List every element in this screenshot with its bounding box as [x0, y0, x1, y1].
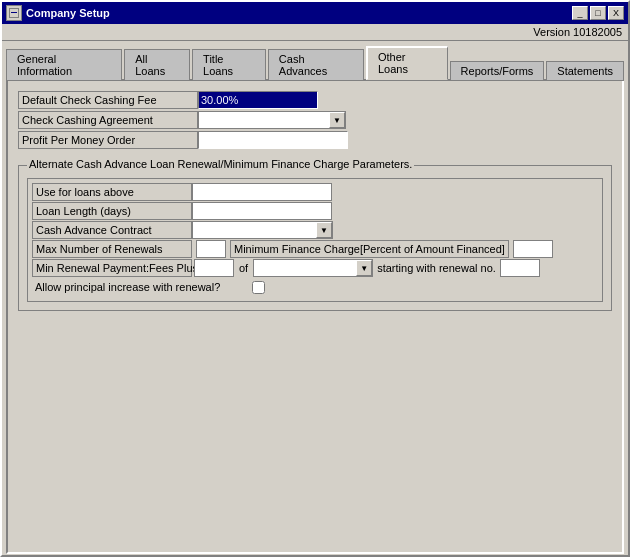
- cash-advance-contract-arrow[interactable]: ▼: [316, 222, 332, 238]
- starting-label: starting with renewal no.: [375, 262, 498, 274]
- min-renewal-input[interactable]: [194, 259, 234, 277]
- allow-principal-label: Allow principal increase with renewal?: [32, 278, 252, 296]
- default-check-cashing-fee-row: Default Check Cashing Fee: [18, 91, 612, 109]
- min-renewal-select[interactable]: ▼: [253, 259, 373, 277]
- tab-reports-forms[interactable]: Reports/Forms: [450, 61, 545, 81]
- version-text: Version 10182005: [533, 26, 622, 38]
- loan-length-input[interactable]: [192, 202, 332, 220]
- group-box-title: Alternate Cash Advance Loan Renewal/Mini…: [27, 158, 414, 170]
- tabs-container: General Information All Loans Title Loan…: [2, 41, 628, 79]
- cash-advance-contract-label: Cash Advance Contract: [32, 221, 192, 239]
- allow-principal-checkbox[interactable]: [252, 281, 265, 294]
- min-finance-charge-label: Minimum Finance Charge[Percent of Amount…: [230, 240, 509, 258]
- check-cashing-agreement-value: [199, 112, 329, 128]
- tab-other-loans[interactable]: Other Loans: [366, 46, 448, 80]
- title-bar-buttons: _ □ X: [572, 6, 624, 20]
- use-for-loans-above-row: Use for loans above: [32, 183, 598, 201]
- check-cashing-agreement-label: Check Cashing Agreement: [18, 111, 198, 129]
- window-title: Company Setup: [26, 7, 110, 19]
- min-renewal-row: Min Renewal Payment:Fees Plus of ▼ start…: [32, 259, 598, 277]
- maximize-button[interactable]: □: [590, 6, 606, 20]
- close-button[interactable]: X: [608, 6, 624, 20]
- profit-per-money-order-input[interactable]: [198, 131, 348, 149]
- main-section: Default Check Cashing Fee Check Cashing …: [18, 91, 612, 311]
- inner-parameters-group: Use for loans above Loan Length (days): [27, 178, 603, 302]
- starting-renewal-no-input[interactable]: [500, 259, 540, 277]
- of-label: of: [236, 262, 251, 274]
- default-check-cashing-fee-input[interactable]: [198, 91, 318, 109]
- svg-rect-2: [11, 12, 17, 13]
- max-renewals-label: Max Number of Renewals: [32, 240, 192, 258]
- min-renewal-select-arrow[interactable]: ▼: [356, 260, 372, 276]
- min-renewal-select-value: [254, 260, 356, 276]
- allow-principal-row: Allow principal increase with renewal?: [32, 278, 598, 296]
- use-for-loans-above-input[interactable]: [192, 183, 332, 201]
- version-bar: Version 10182005: [2, 24, 628, 41]
- tab-statements[interactable]: Statements: [546, 61, 624, 81]
- min-finance-charge-input[interactable]: [513, 240, 553, 258]
- app-icon: [6, 5, 22, 21]
- min-renewal-label: Min Renewal Payment:Fees Plus: [32, 259, 192, 277]
- title-bar-left: Company Setup: [6, 5, 110, 21]
- use-for-loans-above-label: Use for loans above: [32, 183, 192, 201]
- check-cashing-agreement-row: Check Cashing Agreement ▼: [18, 111, 612, 129]
- cash-advance-contract-value: [193, 222, 316, 238]
- title-bar: Company Setup _ □ X: [2, 2, 628, 24]
- default-check-cashing-fee-label: Default Check Cashing Fee: [18, 91, 198, 109]
- content-area: Default Check Cashing Fee Check Cashing …: [6, 79, 624, 554]
- check-cashing-agreement-select[interactable]: ▼: [198, 111, 346, 129]
- tab-general-information[interactable]: General Information: [6, 49, 122, 81]
- alternate-cash-advance-group: Alternate Cash Advance Loan Renewal/Mini…: [18, 165, 612, 311]
- loan-length-row: Loan Length (days): [32, 202, 598, 220]
- renewals-finance-row: Max Number of Renewals Minimum Finance C…: [32, 240, 598, 258]
- max-renewals-input[interactable]: [196, 240, 226, 258]
- profit-per-money-order-row: Profit Per Money Order: [18, 131, 612, 149]
- minimize-button[interactable]: _: [572, 6, 588, 20]
- tab-all-loans[interactable]: All Loans: [124, 49, 190, 81]
- tab-cash-advances[interactable]: Cash Advances: [268, 49, 364, 81]
- loan-length-label: Loan Length (days): [32, 202, 192, 220]
- main-window: Company Setup _ □ X Version 10182005 Gen…: [0, 0, 630, 557]
- cash-advance-contract-select[interactable]: ▼: [192, 221, 333, 239]
- tab-title-loans[interactable]: Title Loans: [192, 49, 266, 81]
- check-cashing-agreement-arrow[interactable]: ▼: [329, 112, 345, 128]
- profit-per-money-order-label: Profit Per Money Order: [18, 131, 198, 149]
- cash-advance-contract-row: Cash Advance Contract ▼: [32, 221, 598, 239]
